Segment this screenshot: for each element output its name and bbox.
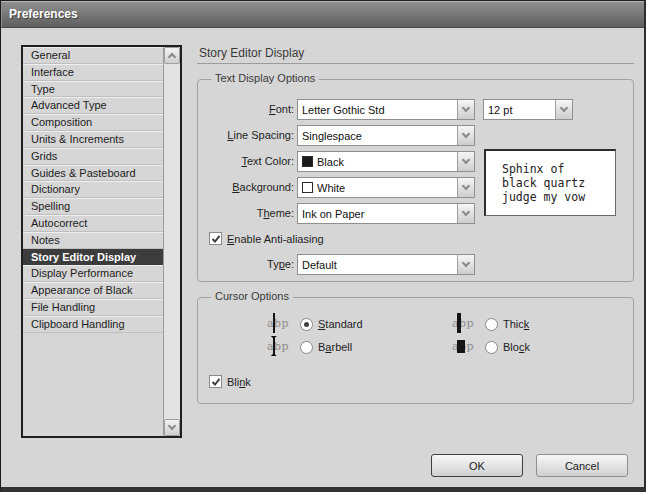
dropdown-button[interactable] <box>457 152 474 171</box>
sidebar-item-dictionary[interactable]: Dictionary <box>23 181 163 198</box>
cursor-bar <box>457 340 465 353</box>
chevron-down-icon <box>462 104 470 112</box>
list-scrollbar[interactable] <box>163 47 180 436</box>
cursor-bar <box>457 313 461 333</box>
sidebar-item-composition[interactable]: Composition <box>23 114 163 131</box>
group-label: Cursor Options <box>211 290 293 302</box>
sidebar-item-label: Units & Increments <box>31 133 124 145</box>
thick-cursor-icon: abp <box>452 316 474 332</box>
title-bar[interactable]: Preferences <box>1 1 644 28</box>
barbell-label: Barbell <box>318 341 352 353</box>
thick-label: Thick <box>503 318 529 330</box>
preview-line: judge my vow <box>502 190 615 204</box>
text-color-dropdown[interactable]: Black <box>297 151 475 172</box>
cursor-sample-text: abp <box>452 317 474 330</box>
standard-cursor-radio[interactable]: abp Standard <box>267 316 363 332</box>
checkmark-icon <box>211 377 221 387</box>
preferences-dialog: Preferences General Interface Type Advan… <box>0 0 646 492</box>
sidebar-item-label: General <box>31 49 70 61</box>
preview-line: black quartz <box>502 176 615 190</box>
sidebar-item-label: Guides & Pasteboard <box>31 167 136 179</box>
sidebar-item-label: Grids <box>31 150 57 162</box>
dropdown-button[interactable] <box>457 178 474 197</box>
line-spacing-value: Singlespace <box>302 130 455 142</box>
barbell-cursor-radio[interactable]: abp Barbell <box>267 339 352 355</box>
sidebar-item-label: Interface <box>31 66 74 78</box>
ok-button[interactable]: OK <box>431 454 523 477</box>
sidebar-item-units-increments[interactable]: Units & Increments <box>23 131 163 148</box>
chevron-down-icon <box>462 156 470 164</box>
sidebar-item-spelling[interactable]: Spelling <box>23 198 163 215</box>
standard-cursor-icon: abp <box>267 316 289 332</box>
cursor-sample-text: abp <box>267 317 289 330</box>
text-color-label: Text Color: <box>197 151 294 172</box>
background-label: Background: <box>197 177 294 198</box>
barbell-cursor-icon: abp <box>267 339 289 355</box>
cursor-sample-text: abp <box>267 340 289 353</box>
sidebar-item-label: Type <box>31 83 55 95</box>
radio-button[interactable] <box>300 341 313 354</box>
dropdown-button[interactable] <box>457 255 474 274</box>
dropdown-button[interactable] <box>457 126 474 145</box>
checkmark-icon <box>211 234 221 244</box>
sidebar-item-label: Display Performance <box>31 267 133 279</box>
chevron-down-icon <box>462 130 470 138</box>
scroll-up-button[interactable] <box>164 47 180 64</box>
anti-aliasing-type-dropdown[interactable]: Default <box>297 254 475 275</box>
sidebar-item-story-editor-display[interactable]: Story Editor Display <box>23 249 163 266</box>
radio-button[interactable] <box>300 318 313 331</box>
sidebar-item-general[interactable]: General <box>23 47 163 64</box>
line-spacing-dropdown[interactable]: Singlespace <box>297 125 475 146</box>
dropdown-button[interactable] <box>457 204 474 223</box>
cursor-bar <box>273 313 275 333</box>
font-size-value: 12 pt <box>488 104 553 116</box>
cancel-button[interactable]: Cancel <box>536 454 628 477</box>
line-spacing-label: Line Spacing: <box>197 125 294 146</box>
theme-dropdown[interactable]: Ink on Paper <box>297 203 475 224</box>
color-swatch-black <box>302 156 313 167</box>
scroll-down-button[interactable] <box>164 419 180 436</box>
anti-aliasing-type-value: Default <box>302 259 455 271</box>
sidebar-item-type[interactable]: Type <box>23 81 163 98</box>
sidebar-item-autocorrect[interactable]: Autocorrect <box>23 215 163 232</box>
sidebar-item-interface[interactable]: Interface <box>23 64 163 81</box>
radio-button[interactable] <box>485 318 498 331</box>
text-preview-box: Sphinx of black quartz judge my vow <box>484 149 616 216</box>
blink-checkbox[interactable]: Blink <box>209 375 251 388</box>
sidebar-item-label: Autocorrect <box>31 217 87 229</box>
dropdown-button[interactable] <box>457 100 474 119</box>
category-list: General Interface Type Advanced Type Com… <box>21 45 182 438</box>
theme-label: Theme: <box>197 203 294 224</box>
cursor-bar <box>273 336 275 356</box>
blink-label: Blink <box>227 376 251 388</box>
enable-anti-aliasing-checkbox[interactable]: Enable Anti-aliasing <box>209 232 324 245</box>
dropdown-button[interactable] <box>555 100 572 119</box>
sidebar-item-advanced-type[interactable]: Advanced Type <box>23 97 163 114</box>
block-cursor-radio[interactable]: abp Block <box>452 339 530 355</box>
sidebar-item-label: File Handling <box>31 301 95 313</box>
sidebar-item-notes[interactable]: Notes <box>23 232 163 249</box>
sidebar-item-file-handling[interactable]: File Handling <box>23 299 163 316</box>
color-swatch-white <box>302 182 313 193</box>
font-dropdown[interactable]: Letter Gothic Std <box>297 99 475 120</box>
sidebar-item-guides-pasteboard[interactable]: Guides & Pasteboard <box>23 165 163 182</box>
font-label: Font: <box>197 99 294 120</box>
chevron-down-icon <box>462 182 470 190</box>
chevron-down-icon <box>168 422 176 430</box>
sidebar-item-label: Clipboard Handling <box>31 318 125 330</box>
checkbox-box[interactable] <box>209 375 222 388</box>
checkbox-box[interactable] <box>209 232 222 245</box>
title-divider <box>197 63 634 64</box>
thick-cursor-radio[interactable]: abp Thick <box>452 316 529 332</box>
cursor-options-group: Cursor Options <box>197 297 634 404</box>
font-size-dropdown[interactable]: 12 pt <box>483 99 573 120</box>
sidebar-item-appearance-of-black[interactable]: Appearance of Black <box>23 282 163 299</box>
sidebar-item-label: Advanced Type <box>31 99 107 111</box>
background-dropdown[interactable]: White <box>297 177 475 198</box>
sidebar-item-display-performance[interactable]: Display Performance <box>23 265 163 282</box>
sidebar-item-clipboard-handling[interactable]: Clipboard Handling <box>23 316 163 333</box>
sidebar-item-grids[interactable]: Grids <box>23 148 163 165</box>
radio-button[interactable] <box>485 341 498 354</box>
text-color-value: Black <box>317 156 455 168</box>
block-cursor-icon: abp <box>452 339 474 355</box>
